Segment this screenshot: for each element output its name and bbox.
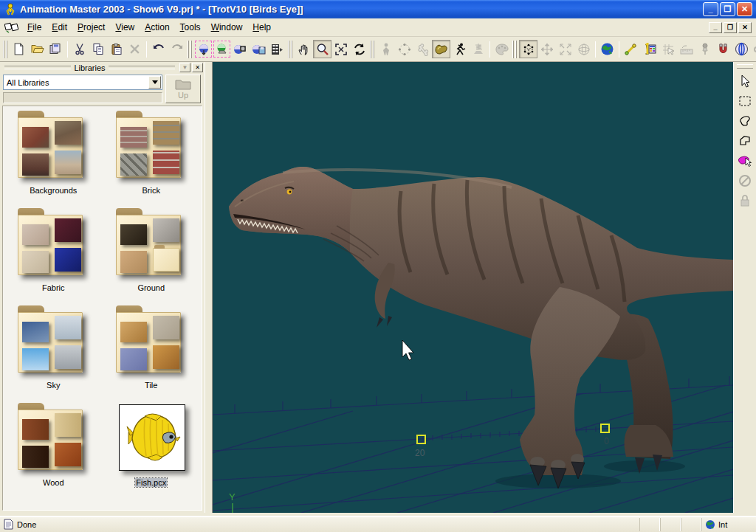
paint-mode-button[interactable]	[492, 40, 511, 58]
render-to-file-button[interactable]	[250, 40, 268, 58]
lock-tool[interactable]	[736, 192, 754, 210]
bound-box-button[interactable]	[519, 40, 537, 58]
status-internet-zone: Int	[701, 518, 756, 531]
muscle-mode-button[interactable]	[432, 40, 450, 58]
folder-icon	[114, 305, 188, 376]
cut-button[interactable]	[70, 40, 89, 58]
texture-thumbnail	[55, 345, 81, 369]
render-to-film-button[interactable]	[231, 40, 250, 58]
hide-tool[interactable]	[736, 172, 754, 190]
menu-project[interactable]: Project	[72, 20, 110, 35]
folder-icon	[114, 111, 188, 182]
translate-button[interactable]	[537, 40, 556, 58]
mdi-minimize-button[interactable]: _	[709, 22, 722, 33]
panel-splitter[interactable]	[205, 62, 213, 513]
library-select[interactable]: All Libraries	[3, 75, 162, 90]
snap-magnet-button[interactable]	[714, 40, 732, 58]
dynamic-mode-button[interactable]	[469, 40, 487, 58]
up-button[interactable]: Up	[165, 75, 201, 103]
pushpin-button[interactable]	[695, 40, 714, 58]
panel-gripper[interactable]	[4, 66, 71, 69]
select-box-tool[interactable]	[736, 92, 754, 110]
select-pointer-tool[interactable]	[736, 72, 754, 90]
save-all-button[interactable]	[47, 40, 65, 58]
menu-view[interactable]: View	[110, 20, 140, 35]
pan-hand-button[interactable]	[295, 40, 313, 58]
toolbar-gripper[interactable]	[370, 41, 375, 58]
new-file-button[interactable]	[10, 40, 28, 58]
library-item[interactable]: Fish.pcx	[103, 403, 201, 497]
texture-thumbnail	[153, 151, 179, 174]
edit-points-button[interactable]	[395, 40, 413, 58]
menu-edit[interactable]: Edit	[47, 20, 72, 35]
scale-button[interactable]	[556, 40, 574, 58]
delete-button[interactable]	[126, 40, 144, 58]
trex-model[interactable]	[229, 167, 733, 488]
menu-window[interactable]: Window	[206, 20, 248, 35]
menu-action[interactable]: Action	[140, 20, 174, 35]
library-item[interactable]: Ground	[103, 208, 201, 303]
folder-icon	[16, 305, 90, 376]
zone-text: Int	[718, 520, 727, 529]
toolbar-gripper[interactable]	[3, 41, 8, 58]
folder-up-icon	[175, 79, 191, 90]
library-item[interactable]: Sky	[4, 305, 103, 400]
library-select-value: All Libraries	[4, 78, 148, 87]
render-shaded-button[interactable]	[213, 40, 231, 58]
edit-bones-button[interactable]	[413, 40, 432, 58]
ground-shadow	[604, 460, 685, 472]
library-item[interactable]: Backgrounds	[4, 111, 103, 205]
minimize-button[interactable]: _	[703, 2, 718, 16]
toolbar-gripper[interactable]	[512, 41, 518, 58]
copy-button[interactable]	[89, 40, 107, 58]
snap-ruler-button[interactable]	[677, 40, 695, 58]
link-chain-button[interactable]	[751, 40, 756, 58]
select-lasso-tool[interactable]	[736, 112, 754, 130]
paste-button[interactable]	[107, 40, 126, 58]
texture-thumbnail	[153, 316, 179, 339]
menu-help[interactable]: Help	[247, 20, 276, 35]
toolbar-gripper[interactable]	[288, 41, 293, 58]
panel-close-button[interactable]: ✕	[192, 63, 203, 72]
palette-gripper[interactable]	[737, 64, 753, 69]
undo-button[interactable]	[149, 40, 168, 58]
select-polygon-tool[interactable]	[736, 132, 754, 150]
world-view-button[interactable]	[598, 40, 616, 58]
zoom-to-fit-button[interactable]	[331, 40, 350, 58]
close-button[interactable]: ✕	[737, 2, 752, 16]
zoom-button[interactable]	[313, 40, 331, 58]
preview-animation-button[interactable]	[268, 40, 286, 58]
menu-file[interactable]: File	[22, 20, 47, 35]
snap-grid-button[interactable]	[659, 40, 677, 58]
rotoscope-sphere-button[interactable]	[732, 40, 751, 58]
library-item[interactable]: Tile	[103, 305, 201, 400]
library-item[interactable]: Wood	[4, 403, 103, 497]
rotate-sphere-button[interactable]	[574, 40, 593, 58]
turn-view-button[interactable]	[350, 40, 368, 58]
library-item[interactable]: Fabric	[4, 208, 103, 303]
mdi-restore-button[interactable]: ❐	[724, 22, 737, 33]
group-pick-tool[interactable]	[736, 152, 754, 170]
panel-menu-button[interactable]: ▼	[179, 63, 190, 72]
keyframe-panel-button[interactable]	[640, 40, 659, 58]
add-bone-button[interactable]	[622, 40, 640, 58]
menu-tools[interactable]: Tools	[175, 20, 206, 35]
redo-button[interactable]	[168, 40, 186, 58]
library-item[interactable]: Brick	[103, 111, 201, 205]
library-item-label: Ground	[137, 283, 165, 292]
chevron-down-icon[interactable]	[148, 76, 161, 89]
open-file-button[interactable]	[28, 40, 47, 58]
render-preview-button[interactable]	[194, 40, 213, 58]
texture-thumbnail	[55, 316, 81, 339]
edit-model-button[interactable]	[377, 40, 395, 58]
texture-thumbnail	[22, 251, 49, 273]
panel-gripper[interactable]	[109, 66, 175, 69]
restore-button[interactable]: ❐	[720, 2, 735, 16]
texture-thumbnail	[55, 121, 81, 145]
mdi-close-button[interactable]: ✕	[738, 22, 752, 33]
viewport-birds-eye[interactable]: 20 0 Y	[213, 62, 733, 513]
status-text: Done	[17, 520, 36, 529]
texture-thumbnail	[55, 413, 81, 437]
skeletal-mode-button[interactable]	[450, 40, 469, 58]
toolbar-gripper[interactable]	[188, 41, 193, 58]
